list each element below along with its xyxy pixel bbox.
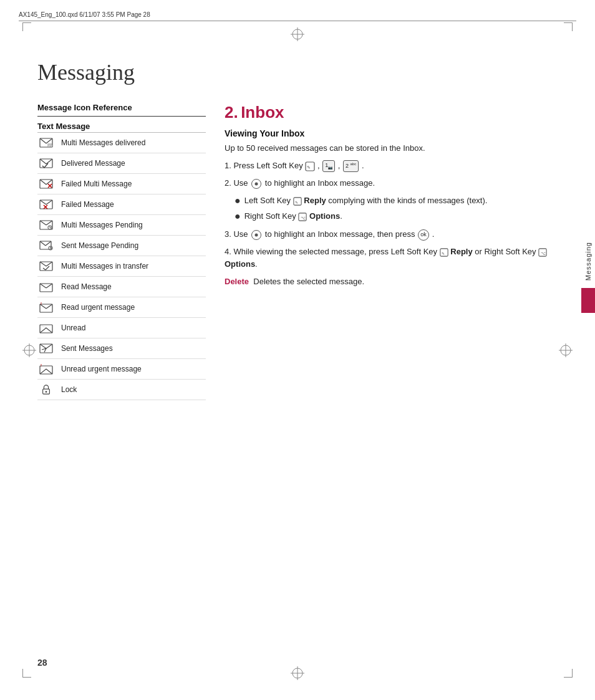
sent-pending-icon [37,239,55,252]
side-tab: Messaging [581,237,595,349]
viewing-heading: Viewing Your Inbox [225,128,558,138]
page-title: Messaging [37,59,135,85]
svg-text:!: ! [41,363,42,367]
step-1-number: 1. Press Left Soft Key [225,161,305,170]
bullet-list: ● Left Soft Key ✎ Reply complying with t… [235,194,558,223]
section-number: 2. [225,103,238,122]
step-1-period: . [362,161,364,170]
svg-line-16 [46,159,52,164]
sent-messages-label: Sent Messages [61,344,113,353]
reply-bold-1: Reply [304,196,326,205]
svg-line-28 [40,221,46,225]
bullet-1-text: Left Soft Key ✎ Reply complying with the… [244,194,488,208]
reg-mark-right [559,343,573,357]
bullet-dot-2: ● [235,210,241,223]
sent-messages-icon [37,342,55,355]
svg-line-44 [46,284,52,288]
corner-mark-bl [22,669,31,678]
reg-mark-bottom [291,666,304,683]
multi-delivered-label: Multi Messages delivered [61,138,145,147]
svg-text:✓✓: ✓✓ [48,144,53,148]
step-3-period: . [432,229,435,239]
intro-text: Up to 50 received messages can be stored… [225,142,558,155]
svg-line-10 [40,138,46,143]
list-item: ✓✓ Multi Messages delivered [37,133,206,153]
svg-line-43 [40,284,46,288]
list-item: Multi Messages Pending [37,215,206,236]
list-item: Multi Messages in transfer [37,256,206,277]
key-1-icon: 1📷 [322,160,335,172]
key-2-icon: 2 abc [343,160,359,172]
svg-text:✎: ✎ [441,251,444,255]
step-3-number: 3. Use [225,229,250,239]
unread-icon [37,321,55,335]
right-soft-key-icon-2: ⌥ [538,248,547,257]
svg-line-15 [40,159,46,164]
svg-line-29 [46,221,52,225]
failed-label: Failed Message [61,200,114,209]
delete-line: Delete Deletes the selected message. [225,276,558,288]
corner-mark-tr [564,22,573,31]
svg-line-50 [40,325,46,328]
read-message-icon [37,280,55,294]
icon-ref-title: Message Icon Reference [37,103,206,112]
svg-line-41 [46,262,52,266]
left-soft-key-icon-2: ✎ [293,197,302,206]
bullet-dot-1: ● [235,194,241,208]
options-bold-2: Options [225,259,255,269]
reg-mark-left [22,343,36,357]
side-tab-label: Messaging [584,237,592,285]
multi-pending-icon [37,218,55,232]
delivered-label: Delivered Message [61,159,125,168]
left-column: Message Icon Reference Text Message ✓✓ M… [37,103,206,400]
svg-line-24 [46,200,52,204]
bullet-2-text: Right Soft Key ⌥ Options. [244,210,342,223]
svg-line-11 [46,138,52,143]
step-4: 4. While viewing the selected message, p… [225,246,558,271]
svg-line-47 [46,304,52,309]
bullet-item-1: ● Left Soft Key ✎ Reply complying with t… [235,194,558,208]
multi-delivered-icon: ✓✓ [37,136,55,150]
svg-point-57 [46,391,47,393]
step-2: 2. Use to highlight an Inbox message. [225,177,558,189]
list-item: ! Read urgent message [37,297,206,318]
step-2-number: 2. Use [225,178,250,188]
list-item: Lock [37,380,206,400]
svg-text:✎: ✎ [294,199,298,204]
list-item: ! Unread urgent message [37,359,206,380]
list-item: Delivered Message [37,153,206,174]
read-message-label: Read Message [61,282,112,291]
delete-text: Deletes the selected message. [251,277,364,286]
bullet-item-2: ● Right Soft Key ⌥ Options. [235,210,558,223]
read-urgent-icon: ! [37,300,55,314]
failed-multi-label: Failed Multi Message [61,180,132,188]
multi-transfer-icon [37,259,55,273]
svg-text:✎: ✎ [307,165,311,170]
step-3-text: to highlight an Inbox message, then pres… [265,229,417,239]
step-2-text: to highlight an Inbox message. [265,178,375,188]
step-1-comma2: , [338,161,342,170]
list-item: Unread [37,318,206,338]
section-title-block: 2. Inbox [225,103,558,122]
svg-line-18 [40,180,46,185]
step-4-text: 4. While viewing the selected message, p… [225,247,547,269]
svg-line-32 [50,228,51,228]
svg-line-38 [51,248,52,249]
svg-line-52 [40,344,46,348]
step-3: 3. Use to highlight an Inbox message, th… [225,228,558,241]
page-container: AX145_Eng_100.qxd 6/11/07 3:55 PM Page 2… [0,0,595,700]
left-soft-key-icon-3: ✎ [440,248,448,257]
nav-icon-3 [251,230,261,240]
header-bar: AX145_Eng_100.qxd 6/11/07 3:55 PM Page 2… [19,11,576,21]
failed-multi-icon [37,177,55,191]
svg-line-53 [46,344,52,348]
svg-text:!: ! [41,302,42,305]
unread-label: Unread [61,324,85,332]
multi-transfer-label: Multi Messages in transfer [61,262,148,271]
step-1-comma: , [317,161,322,170]
header-text: AX145_Eng_100.qxd 6/11/07 3:55 PM Page 2… [19,11,150,18]
right-soft-key-icon-1: ⌥ [298,213,307,221]
failed-icon [37,198,55,211]
content-area: Message Icon Reference Text Message ✓✓ M… [37,103,558,400]
page-number: 28 [37,658,47,668]
